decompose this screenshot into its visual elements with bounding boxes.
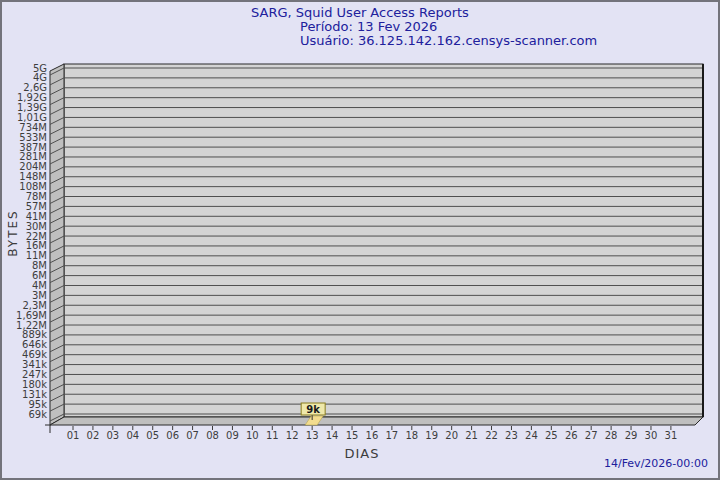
x-tick-label: 03 <box>106 430 119 441</box>
x-tick-label: 09 <box>226 430 239 441</box>
x-tick-label: 31 <box>665 430 678 441</box>
x-tick-label: 23 <box>505 430 518 441</box>
x-tick-label: 20 <box>445 430 458 441</box>
x-tick-label: 01 <box>67 430 80 441</box>
x-tick-label: 26 <box>565 430 578 441</box>
x-tick-label: 19 <box>425 430 438 441</box>
x-tick-label: 22 <box>485 430 498 441</box>
x-tick-label: 05 <box>146 430 159 441</box>
x-tick-label: 21 <box>465 430 478 441</box>
x-tick-label: 29 <box>625 430 638 441</box>
plot-floor <box>50 417 703 425</box>
x-tick-label: 06 <box>166 430 179 441</box>
x-tick-label: 08 <box>206 430 219 441</box>
bar-value-label: 9k <box>306 404 320 415</box>
x-tick-label: 17 <box>386 430 399 441</box>
x-tick-label: 11 <box>266 430 279 441</box>
x-tick-label: 28 <box>605 430 618 441</box>
x-tick-label: 10 <box>246 430 259 441</box>
x-tick-label: 24 <box>525 430 538 441</box>
x-tick-label: 12 <box>286 430 299 441</box>
bytes-per-day-bar-chart: 5G4G2,6G1,92G1,39G1,01G734M533M387M281M2… <box>2 2 720 480</box>
generated-timestamp: 14/Fev/2026-00:00 <box>604 457 708 470</box>
x-tick-label: 15 <box>346 430 359 441</box>
x-tick-label: 02 <box>87 430 100 441</box>
x-tick-label: 07 <box>186 430 199 441</box>
x-tick-label: 18 <box>405 430 418 441</box>
x-tick-label: 04 <box>126 430 139 441</box>
sarg-report-page: SARG, Squid User Access Reports Período:… <box>0 0 720 480</box>
y-tick-label: 69k <box>28 409 47 420</box>
x-tick-label: 13 <box>306 430 319 441</box>
x-tick-label: 16 <box>366 430 379 441</box>
x-tick-label: 27 <box>585 430 598 441</box>
y-axis-title: BYTES <box>6 198 20 268</box>
x-tick-label: 25 <box>545 430 558 441</box>
x-tick-label: 30 <box>645 430 658 441</box>
x-tick-label: 14 <box>326 430 339 441</box>
